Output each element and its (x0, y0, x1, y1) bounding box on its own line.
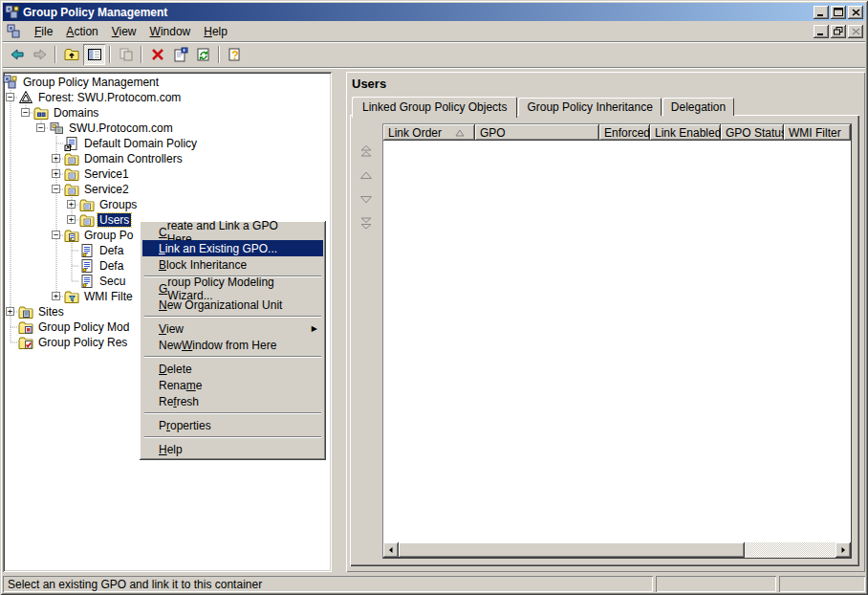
status-text: Select an existing GPO and link it to th… (3, 576, 653, 592)
sites-folder-icon (18, 304, 33, 320)
collapse-icon[interactable] (6, 93, 14, 101)
tree-connector (64, 197, 79, 212)
tree-item-service1[interactable]: Service1 (3, 166, 332, 182)
context-menu-item-block-inheritance[interactable]: Block Inheritance (142, 256, 323, 273)
results-pane: Users Linked Group Policy ObjectsGroup P… (346, 72, 865, 572)
tree-item-group-policy-management[interactable]: Group Policy Management (3, 75, 332, 90)
tree-item-swu-protocom-com[interactable]: SWU.Protocom.com (3, 121, 332, 136)
expand-icon[interactable] (67, 215, 76, 224)
child-restore-button[interactable] (831, 25, 846, 38)
tree-guide (33, 228, 49, 243)
collapse-icon[interactable] (52, 185, 60, 193)
column-header-enforced[interactable]: Enforced (599, 124, 650, 141)
menu-window[interactable]: Window (143, 22, 198, 41)
menu-action[interactable]: Action (59, 22, 104, 41)
toolbar-separator (218, 46, 220, 63)
tree-item-domain-controllers[interactable]: Domain Controllers (3, 151, 332, 166)
menu-view[interactable]: View (105, 22, 143, 41)
tree-guide (49, 274, 64, 289)
tree-item-default-domain-policy[interactable]: Default Domain Policy (3, 136, 332, 151)
back-button[interactable] (6, 44, 28, 65)
tree-item-label: WMI Filte (82, 290, 135, 303)
toolbar-separator (109, 46, 111, 63)
column-header-link-order[interactable]: Link Order (383, 124, 475, 141)
tree-connector (64, 243, 79, 258)
delete-button[interactable] (146, 44, 168, 65)
tab-linked-group-policy-objects[interactable]: Linked Group Policy Objects (352, 97, 517, 118)
tree-guide (33, 182, 49, 197)
window-maximize-button[interactable] (831, 6, 846, 19)
scroll-left-button[interactable] (383, 542, 399, 558)
forward-button (29, 44, 51, 65)
tree-item-label: Users (98, 213, 131, 227)
scrollbar-thumb[interactable] (399, 542, 745, 558)
collapse-icon[interactable] (36, 123, 45, 132)
tree-item-domains[interactable]: Domains (3, 105, 332, 121)
context-menu-item-new-window-from-here[interactable]: New Window from Here (142, 337, 323, 353)
help-button[interactable]: ? (224, 44, 246, 65)
collapse-icon[interactable] (21, 108, 30, 117)
tree-item-groups[interactable]: Groups (3, 197, 332, 212)
tree-guide (3, 228, 18, 243)
submenu-arrow-icon: ▶ (312, 324, 317, 333)
domain-icon (49, 121, 64, 136)
tree-item-label: Sites (36, 305, 66, 319)
expand-icon[interactable] (6, 307, 14, 316)
tab-delegation[interactable]: Delegation (662, 98, 734, 116)
tree-guide (3, 166, 18, 182)
context-menu-item-rename[interactable]: Rename (142, 377, 323, 393)
window-close-button[interactable] (848, 6, 863, 19)
context-menu-item-view[interactable]: View▶ (142, 320, 323, 337)
menu-separator (142, 353, 323, 361)
domains-icon (33, 105, 49, 121)
context-menu-item-create-and-link-a-gpo-here[interactable]: Create and Link a GPO Here... (142, 224, 323, 240)
tree-guide (18, 136, 33, 151)
context-menu-item-group-policy-modeling-wizard[interactable]: Group Policy Modeling Wizard... (142, 280, 323, 297)
tree-item-forest-swu-protocom-com[interactable]: Forest: SWU.Protocom.com (3, 90, 332, 105)
up-one-level-button[interactable] (60, 44, 82, 65)
tab-group-policy-inheritance[interactable]: Group Policy Inheritance (518, 98, 661, 116)
move-up-button (358, 168, 374, 182)
expand-icon[interactable] (67, 200, 76, 209)
tree-guide (18, 182, 33, 197)
tree-guide (3, 151, 18, 166)
tree-item-label: Service2 (82, 183, 131, 196)
column-header-wmi-filter[interactable]: WMI Filter (784, 124, 851, 141)
console-icon (3, 75, 18, 90)
scroll-right-button[interactable] (835, 542, 851, 558)
show-console-tree-button[interactable] (83, 44, 105, 65)
context-menu-item-help[interactable]: Help (142, 441, 323, 457)
tree-item-service2[interactable]: Service2 (3, 182, 332, 197)
menu-help[interactable]: Help (197, 22, 234, 41)
context-menu-item-link-an-existing-gpo[interactable]: Link an Existing GPO... (142, 240, 323, 256)
svg-text:?: ? (231, 49, 238, 62)
context-menu-item-properties[interactable]: Properties (142, 417, 323, 433)
refresh-button[interactable] (192, 44, 214, 65)
toolbar-separator (54, 46, 56, 63)
child-minimize-button[interactable] (814, 25, 829, 38)
tree-connector (49, 166, 64, 182)
menu-file[interactable]: File (28, 22, 59, 41)
pane-splitter[interactable] (332, 72, 346, 572)
column-header-link-enabled[interactable]: Link Enabled (650, 124, 721, 141)
context-menu-item-new-organizational-unit[interactable]: New Organizational Unit (142, 297, 323, 313)
column-header-gpo-status[interactable]: GPO Status (721, 124, 784, 141)
expand-icon[interactable] (52, 292, 60, 300)
context-menu-item-delete[interactable]: Delete (142, 361, 323, 377)
link-order-buttons (350, 123, 382, 559)
horizontal-scrollbar[interactable] (383, 542, 851, 558)
context-menu-item-refresh[interactable]: Refresh (142, 393, 323, 409)
tree-guide (18, 166, 33, 182)
tree-connector (49, 228, 64, 243)
column-header-gpo[interactable]: GPO (475, 124, 599, 141)
status-bar: Select an existing GPO and link it to th… (3, 574, 865, 592)
expand-icon[interactable] (52, 154, 60, 163)
list-body[interactable] (383, 141, 851, 542)
properties-button[interactable] (169, 44, 191, 65)
expand-icon[interactable] (52, 169, 60, 178)
ou-icon (79, 212, 95, 228)
title-bar[interactable]: Group Policy Management (3, 3, 865, 21)
window-minimize-button[interactable] (814, 6, 829, 19)
tree-connector (49, 289, 64, 304)
collapse-icon[interactable] (52, 231, 60, 239)
